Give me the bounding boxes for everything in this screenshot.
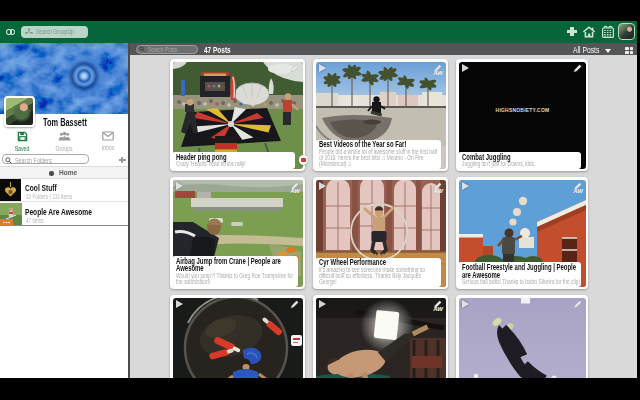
svg-text:HIGHSNOBIETY.COM: HIGHSNOBIETY.COM — [495, 107, 549, 113]
